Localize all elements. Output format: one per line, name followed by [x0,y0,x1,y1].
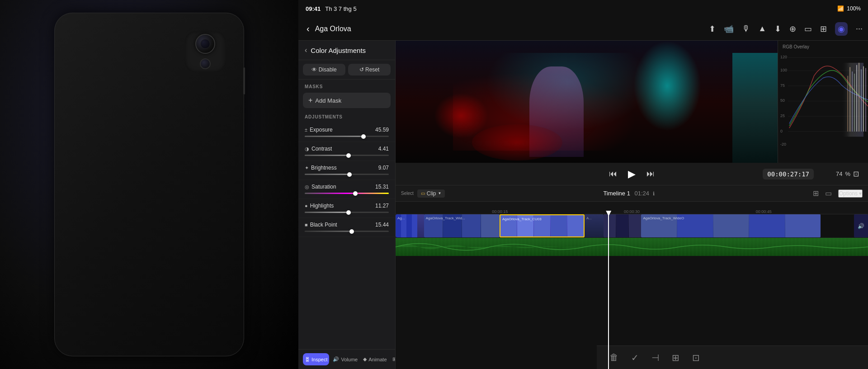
disable-button[interactable]: 👁 Disable [303,64,345,76]
black-point-icon: ■ [305,222,308,227]
svg-text:50: 50 [780,99,785,103]
play-button[interactable]: ▶ [628,168,636,180]
rgb-panel: RGB Overlay 120 100 75 50 25 0 -20 [778,41,868,163]
inspector-panel: ‹ Color Adjustments 👁 Disable ↺ Reset MA… [298,41,396,369]
bottom-toolbar: 🗑 ✓ ⊣ ⊞ ⊡ [597,345,868,369]
rgb-label: RGB Overlay [783,44,809,49]
clip-5[interactable] [604,214,642,237]
layout-icon[interactable]: ⊞ [813,189,819,198]
toolbar-icons: ⬆ 📹 🎙 ▲ ⬇ ⊕ ▭ ⊞ ◉ ··· [709,22,863,36]
clip-1[interactable]: Ag... [396,214,424,237]
brightness-adjustment: ✦ Brightness 9.07 [298,161,395,180]
timeline-ruler: 00:00:15 00:00:30 00:00:45 [396,202,868,214]
status-bar: 09:41 Th 3 7 thg 5 📶 100% [298,0,868,17]
skip-forward-button[interactable]: ⏭ [646,169,655,179]
clip-1-label: Ag... [397,216,405,220]
grid-icon[interactable]: ⊞ [820,24,827,34]
ipad-back-view [0,0,298,369]
black-point-value: 15.44 [375,222,389,228]
exposure-name: ± Exposure [305,127,333,133]
tab-multicam[interactable]: ⊞ Multicam [391,353,396,365]
delete-button[interactable]: 🗑 [606,349,622,367]
adjustments-list: ± Exposure 45.59 ◑ Con [298,121,395,349]
share-icon[interactable]: ⬆ [709,24,716,34]
saturation-slider[interactable] [305,193,389,194]
highlights-icon: ● [305,203,308,208]
more-options-button[interactable]: ⊡ [689,349,703,367]
clip-selector[interactable]: ▭ Clip ▼ [417,189,445,198]
clip-audio[interactable]: 🔊 [854,214,868,237]
camera-module [185,31,226,72]
tab-animate[interactable]: ◆ Animate [361,353,388,365]
camera-icon[interactable]: 📹 [724,24,734,34]
exposure-adjustment: ± Exposure 45.59 [298,123,395,142]
split-button[interactable]: ⊣ [648,349,663,367]
inspector-title: Color Adjustments [311,47,366,54]
bottom-left-actions: 🗑 ✓ ⊣ ⊞ ⊡ [606,349,703,367]
status-date: Th 3 7 thg 5 [325,5,356,12]
exposure-slider[interactable] [305,136,389,137]
reset-button[interactable]: ↺ Reset [348,64,391,76]
black-point-adjustment: ■ Black Point 15.44 [298,218,395,237]
svg-text:0: 0 [780,129,783,133]
audio-track [396,238,868,256]
skip-back-button[interactable]: ⏮ [609,169,617,179]
clip-4[interactable]: A... [585,214,604,237]
options-button[interactable]: Options ▾ [838,189,863,198]
volume-icon: 🔊 [333,356,339,362]
brightness-slider[interactable] [305,174,389,175]
back-button[interactable]: ‹ [304,21,312,37]
black-point-slider[interactable] [305,231,389,232]
clip-2[interactable]: AgaOrlova_Track_Wid... [424,214,500,237]
resize-button[interactable]: ⊞ [668,349,683,367]
add-mask-button[interactable]: + Add Mask [303,93,391,108]
tab-inspect[interactable]: 🎛 Inspect [303,353,329,365]
contrast-adjustment: ◑ Contrast 4.41 [298,142,395,161]
plus-icon: + [308,96,312,104]
clip-3-label: AgaOrlova_Track_CU03 [502,217,542,221]
navigate-icon[interactable]: ▲ [758,24,766,33]
mic-icon[interactable]: 🎙 [742,24,750,33]
clip-label-text: Clip [427,190,436,197]
zoom-icon[interactable]: ⊡ [853,170,859,178]
top-toolbar: ‹ Aga Orlova ⬆ 📹 🎙 ▲ ⬇ ⊕ ▭ ⊞ ◉ ··· [298,17,868,41]
checkmark-button[interactable]: ✓ [627,349,642,367]
inspector-actions: 👁 Disable ↺ Reset [298,60,395,80]
highlights-value: 11.27 [375,203,389,209]
inspect-icon: 🎛 [305,357,310,362]
waveform-svg [396,238,868,256]
clip-icon: ▭ [421,191,425,196]
animate-label: Animate [368,357,387,362]
contrast-slider[interactable] [305,155,389,156]
highlights-adjustment: ● Highlights 11.27 [298,199,395,218]
clip-info-icon[interactable]: ▭ [825,189,832,198]
inspector-tabs: 🎛 Inspect 🔊 Volume ◆ Animate ⊞ Multicam [298,349,395,369]
clip-4-label: A... [586,216,592,220]
highlights-slider[interactable] [305,212,389,213]
svg-text:75: 75 [780,83,785,88]
tab-volume[interactable]: 🔊 Volume [331,353,359,365]
color-icon[interactable]: ◉ [835,22,848,36]
timeline-header: Select ▭ Clip ▼ Timeline 1 01:24 ℹ ⊞ ▭ [396,185,868,202]
brightness-icon: ✦ [305,165,309,171]
fit-icon[interactable]: ▭ [804,24,812,34]
volume-label: Volume [341,357,358,362]
speaker-icon: 🔊 [858,223,864,229]
zoom-suffix: % [845,170,850,177]
more-icon[interactable]: ··· [856,24,863,33]
drum-kit [472,124,562,161]
inspector-back-button[interactable]: ‹ [305,46,307,54]
exposure-value: 45.59 [375,127,389,133]
playback-controls: ⏮ ▶ ⏭ 00:00:27:17 74 % ⊡ [396,163,868,185]
clip-6-label: AgaOrlova_Track_WideO [643,216,684,220]
clip-6[interactable]: AgaOrlova_Track_WideO [641,214,821,237]
main-camera-lens [195,34,215,54]
export-icon[interactable]: ⬇ [774,24,781,34]
timeline-title: Timeline 1 01:24 ℹ [445,190,812,197]
clip-2-label: AgaOrlova_Track_Wid... [426,216,465,220]
secondary-camera-lens [200,58,211,69]
project-title: Aga Orlova [315,25,351,33]
clip-3-selected[interactable]: AgaOrlova_Track_CU03 [500,214,585,237]
add-clip-icon[interactable]: ⊕ [789,24,796,34]
ruler-marks: 00:00:15 00:00:30 00:00:45 [396,202,868,214]
